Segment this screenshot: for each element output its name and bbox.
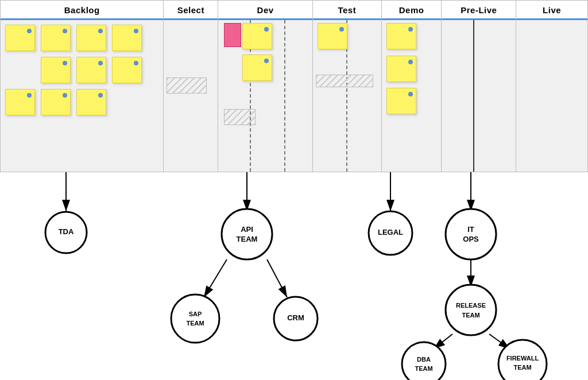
label-firewall-team-1: FIREWALL: [506, 355, 539, 362]
dashed-separator: [284, 20, 285, 172]
col-demo-header: Demo: [382, 1, 442, 20]
sticky-pink: [224, 23, 241, 47]
col-dev-header: Dev: [218, 1, 312, 20]
col-demo: Demo: [382, 1, 442, 172]
label-api-team-2: TEAM: [237, 235, 258, 243]
sticky-note: [242, 55, 272, 81]
col-select: Select: [164, 1, 218, 172]
label-legal: LEGAL: [378, 228, 403, 236]
blocked-area: [316, 75, 373, 87]
sticky-note: [76, 25, 106, 51]
label-tda: TDA: [59, 227, 74, 236]
vertical-line: [473, 20, 474, 172]
col-dev: Dev: [218, 1, 313, 172]
kanban-board: Backlog Select Dev: [0, 0, 588, 172]
diagram-svg: TDA API TEAM SAP TEAM CRM LEGAL IT OPS R…: [0, 172, 588, 380]
label-api-team-1: API: [241, 225, 253, 234]
label-dba-team-1: DBA: [417, 356, 431, 363]
sticky-note: [318, 23, 347, 49]
col-backlog: Backlog: [1, 1, 164, 172]
circle-it-ops: [446, 209, 496, 259]
col-test: Test: [313, 1, 382, 172]
col-demo-body: [382, 20, 442, 172]
col-backlog-body: [1, 20, 163, 172]
label-crm: CRM: [287, 313, 304, 322]
sticky-note: [112, 57, 142, 83]
label-sap-team-1: SAP: [189, 311, 202, 317]
label-sap-team-2: TEAM: [186, 320, 204, 327]
sticky-note: [386, 88, 416, 114]
label-it-ops-1: IT: [467, 225, 474, 234]
arrow-apiteam-sapteam: [204, 259, 227, 297]
sticky-note: [41, 89, 71, 115]
sticky-note: [242, 23, 272, 49]
col-live: Live: [516, 1, 587, 172]
sticky-note: [5, 25, 35, 51]
team-diagram: TDA API TEAM SAP TEAM CRM LEGAL IT OPS R…: [0, 172, 588, 380]
col-prelive-header: Pre-Live: [442, 1, 516, 20]
col-dev-body: [218, 20, 312, 172]
circle-api-team: [222, 209, 272, 259]
label-release-team-2: TEAM: [462, 312, 479, 319]
col-test-body: [313, 20, 381, 172]
col-select-body: [164, 20, 218, 172]
blocked-area: [224, 109, 256, 125]
label-dba-team-2: TEAM: [415, 365, 432, 372]
col-prelive-body: [442, 20, 516, 172]
sticky-note: [386, 56, 416, 82]
col-live-header: Live: [516, 1, 587, 20]
circle-sap-team: [171, 294, 219, 343]
sticky-note: [76, 89, 106, 115]
circle-release-team: [446, 285, 496, 335]
sticky-note: [41, 25, 71, 51]
sticky-note: [112, 25, 142, 51]
sticky-note: [386, 23, 416, 49]
col-live-body: [516, 20, 587, 172]
sticky-note: [76, 57, 106, 83]
arrow-apiteam-crm: [267, 259, 287, 297]
col-prelive: Pre-Live: [442, 1, 516, 172]
col-test-header: Test: [313, 1, 381, 20]
sticky-note: [5, 89, 35, 115]
sticky-note: [41, 57, 71, 83]
label-it-ops-2: OPS: [463, 235, 479, 243]
label-release-team-1: RELEASE: [456, 302, 486, 309]
blocked-area: [167, 77, 207, 94]
col-select-header: Select: [164, 1, 218, 20]
col-backlog-header: Backlog: [1, 1, 163, 20]
label-firewall-team-2: TEAM: [513, 364, 531, 371]
